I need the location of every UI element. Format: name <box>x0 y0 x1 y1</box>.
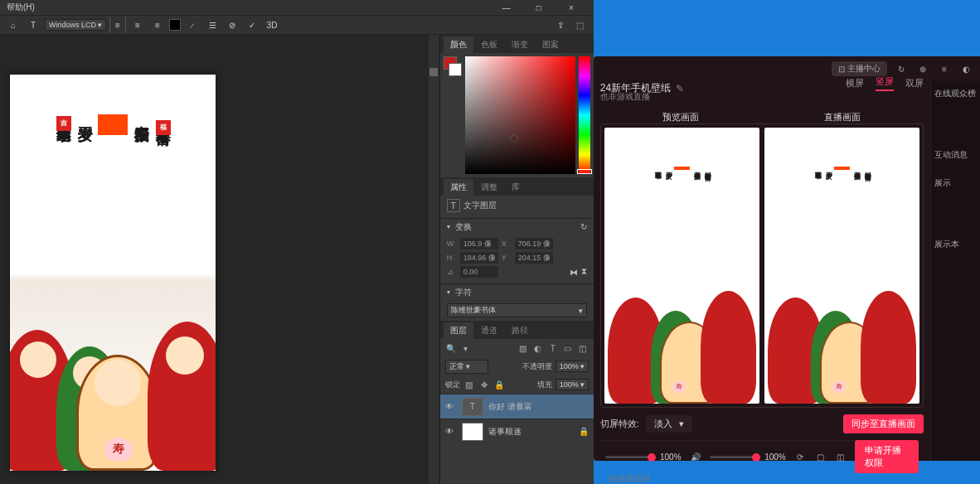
effect-dropdown[interactable]: 淡入▾ <box>646 415 692 433</box>
commit-icon[interactable]: ✓ <box>244 17 260 33</box>
lock-pixels-icon[interactable]: ▨ <box>463 379 475 390</box>
character-header[interactable]: ▾ 字符 <box>440 283 594 300</box>
text-color-swatch[interactable] <box>169 19 181 31</box>
maximize-button[interactable]: □ <box>523 0 555 15</box>
tab-properties[interactable]: 属性 <box>444 179 473 196</box>
cancel-icon[interactable]: ⊘ <box>224 17 240 33</box>
sync-icon[interactable]: ⟳ <box>794 449 806 464</box>
home-icon[interactable]: ⌂ <box>5 17 22 33</box>
live-screen[interactable]: 诸事顺遂 岁岁平安 八方来财 福寿安康 家好 请暴富 寿 <box>764 128 919 404</box>
tab-channels[interactable]: 通道 <box>474 322 504 339</box>
tab-layers[interactable]: 图层 <box>444 322 473 339</box>
preview-screen[interactable]: 诸事顺遂 岁岁平安 八方来财 福寿安康 家好 请暴富 寿 <box>604 128 759 404</box>
lock-icon[interactable]: 🔒 <box>579 427 589 436</box>
transform-label: 变换 <box>455 221 472 233</box>
tab-gradients[interactable]: 渐变 <box>505 36 535 53</box>
text-tool-icon[interactable]: T <box>25 17 41 33</box>
canvas-area[interactable]: 诸事顺遂吉 岁岁平安 八方来财 福寿安康 家好 请暴富福 <box>0 35 439 484</box>
lock-all-icon[interactable]: 🔒 <box>493 379 505 390</box>
show-label-2[interactable]: 展示本 <box>934 239 977 250</box>
search-icon[interactable]: 🔍 <box>445 342 457 354</box>
filter-smart-icon[interactable]: ◫ <box>577 342 589 354</box>
blend-mode-dropdown[interactable]: 正常▾ <box>445 360 488 374</box>
width-input[interactable] <box>460 238 498 249</box>
zoom-slider-2[interactable] <box>710 456 756 458</box>
tab-dual[interactable]: 双屏 <box>905 77 924 90</box>
flip-v-icon[interactable]: ⧗ <box>581 267 587 277</box>
filter-image-icon[interactable]: ▨ <box>517 342 529 354</box>
warp-text-icon[interactable]: ⟋ <box>184 17 201 33</box>
user-icon[interactable]: ◐ <box>958 61 973 76</box>
minimize-button[interactable]: — <box>491 0 522 15</box>
close-button[interactable]: × <box>555 0 587 15</box>
color-panel-tabs: 颜色 色板 渐变 图案 <box>440 35 594 53</box>
filter-shape-icon[interactable]: ▭ <box>562 342 574 354</box>
host-center-button[interactable]: ⊡ 主播中心 <box>832 61 887 76</box>
calli-col-main: 八方来财 <box>98 114 129 135</box>
refresh-icon[interactable]: ↻ <box>894 61 909 76</box>
angle-input[interactable] <box>460 266 498 278</box>
visibility-icon[interactable]: 👁 <box>445 402 457 411</box>
show-label-1[interactable]: 展示 <box>934 177 977 189</box>
fill-input[interactable]: 100%▾ <box>555 379 589 390</box>
reset-icon[interactable]: ↻ <box>580 222 587 231</box>
font-dropdown[interactable]: 陈维世豪书体▾ <box>447 303 587 317</box>
camera-icon[interactable]: ◫ <box>835 449 847 464</box>
zoom-slider-1[interactable] <box>605 456 652 458</box>
hue-handle[interactable] <box>577 169 592 174</box>
align-center-icon[interactable]: ≡ <box>129 17 146 33</box>
tab-libraries[interactable]: 库 <box>505 179 526 196</box>
hue-slider[interactable] <box>579 56 590 174</box>
layer-item-2[interactable]: 👁 诸事顺遂 🔒 <box>440 419 594 443</box>
sync-button[interactable]: 同步至直播画面 <box>843 414 924 433</box>
color-cursor[interactable] <box>510 134 518 143</box>
tab-paths[interactable]: 路径 <box>505 322 535 339</box>
layers-tabs: 图层 通道 路径 <box>440 321 594 339</box>
color-field[interactable] <box>465 56 575 174</box>
interact-label[interactable]: 互动消息 <box>934 149 977 161</box>
visibility-icon[interactable]: 👁 <box>445 427 457 436</box>
panel-dock-icon[interactable] <box>429 68 438 76</box>
tab-landscape[interactable]: 横屏 <box>846 77 864 90</box>
zoom-value-2: 100% <box>764 453 786 462</box>
tab-patterns[interactable]: 图案 <box>536 36 565 53</box>
3d-button[interactable]: 3D <box>264 17 280 33</box>
layer-filter-row: 🔍 ▾ ▨ ◐ T ▭ ◫ <box>440 339 594 357</box>
opacity-input[interactable]: 100%▾ <box>555 361 589 372</box>
audience-label[interactable]: 在线观众榜 <box>934 88 977 99</box>
settings-icon[interactable]: ⊕ <box>915 61 930 76</box>
filter-type-icon[interactable]: T <box>547 342 559 354</box>
share-icon[interactable]: ⇪ <box>552 17 569 33</box>
document-canvas[interactable]: 诸事顺遂吉 岁岁平安 八方来财 福寿安康 家好 请暴富福 <box>10 75 216 471</box>
align-left-icon[interactable]: ≡ <box>109 17 126 33</box>
calli-col-2: 岁岁平安 <box>76 114 93 135</box>
tab-adjustments[interactable]: 调整 <box>474 179 504 196</box>
stream-main: 24新年手机壁纸 ✎ 横屏 竖屏 双屏 也非游戏直播 预览画面 直播画面 诸事顺… <box>594 81 930 461</box>
transform-header[interactable]: ▾ 变换 ↻ <box>440 218 594 235</box>
tab-portrait[interactable]: 竖屏 <box>876 75 894 91</box>
filter-dropdown[interactable]: ▾ <box>460 342 472 354</box>
menu-help[interactable]: 帮助(H) <box>7 2 35 13</box>
antialias-dropdown[interactable]: Windows LCD▾ <box>45 19 106 31</box>
x-input[interactable] <box>515 238 553 249</box>
tab-swatches[interactable]: 色板 <box>474 36 504 53</box>
ps-menubar: 帮助(H) — □ × <box>0 0 594 15</box>
y-input[interactable] <box>515 252 553 264</box>
volume-icon[interactable]: 🔊 <box>690 449 701 464</box>
flip-h-icon[interactable]: ⧓ <box>570 268 578 277</box>
start-stream-button[interactable]: 申请开播权限 <box>855 440 919 473</box>
height-input[interactable] <box>460 252 498 264</box>
layer-item-1[interactable]: 👁 T 你好 请暴富 <box>440 394 594 419</box>
search-icon[interactable]: ⬚ <box>572 17 589 33</box>
effect-row: 切屏特效: 淡入▾ 同步至直播画面 <box>600 414 924 433</box>
lock-position-icon[interactable]: ✥ <box>478 379 490 390</box>
layers-panel: 图层 通道 路径 🔍 ▾ ▨ ◐ T ▭ ◫ 正常▾ 不透 <box>440 321 594 484</box>
align-right-icon[interactable]: ≡ <box>149 17 166 33</box>
filter-adjust-icon[interactable]: ◐ <box>532 342 544 354</box>
screen-icon[interactable]: ▢ <box>814 449 826 464</box>
menu-icon[interactable]: ≡ <box>937 61 952 76</box>
paragraph-icon[interactable]: ☰ <box>204 17 221 33</box>
tab-color[interactable]: 颜色 <box>444 36 473 53</box>
stream-subtitle: 也非游戏直播 <box>600 91 924 103</box>
background-swatch[interactable] <box>449 63 462 76</box>
